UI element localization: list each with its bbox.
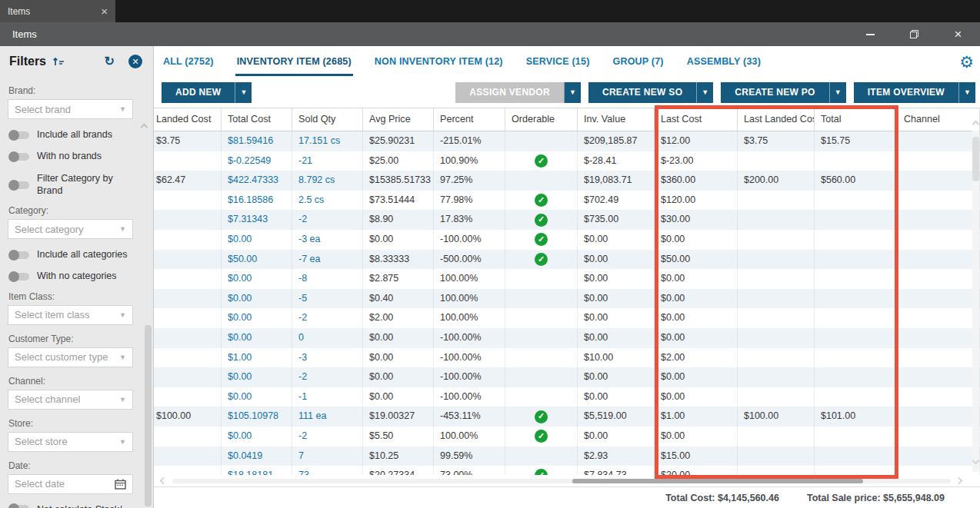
- item-overview-button[interactable]: ITEM OVERVIEW: [854, 82, 958, 103]
- cell-total: $15.75: [815, 131, 898, 151]
- cell-avg-price: $10.25: [363, 447, 434, 466]
- tab-bar: ALL (2752)INVENTORY ITEM (2685)NON INVEN…: [162, 46, 762, 77]
- add-new-dropdown-button[interactable]: ▼: [235, 82, 252, 103]
- channel-label: Channel:: [8, 376, 133, 387]
- assign-vendor-dropdown-button[interactable]: ▼: [564, 82, 581, 103]
- column-header-avg-price[interactable]: Avg Price: [363, 108, 434, 131]
- assign-vendor-button[interactable]: ASSIGN VENDOR: [455, 82, 564, 103]
- tab-close-icon[interactable]: ×: [101, 5, 108, 17]
- column-header-last-cost[interactable]: Last Cost: [655, 108, 738, 131]
- column-header-sold-qty[interactable]: Sold Qty: [292, 108, 363, 131]
- category-select[interactable]: Select category ▼: [8, 219, 133, 239]
- column-header-last-landed-cost[interactable]: Last Landed Cost: [738, 108, 815, 131]
- cell-orderable: ✓: [505, 250, 578, 270]
- toggle-switch[interactable]: [9, 273, 29, 281]
- tab-assembly-33[interactable]: ASSEMBLY (33): [685, 47, 762, 76]
- column-header-landed-cost[interactable]: Landed Cost: [154, 108, 222, 131]
- toggle-filter-category-by-brand[interactable]: Filter Category by Brand: [8, 172, 133, 198]
- table-row[interactable]: $-0.22549-21$25.00100.90%✓$-28.41$-23.00: [154, 151, 980, 171]
- brand-select[interactable]: Select brand ▼: [8, 99, 133, 119]
- cell-total-cost: $50.00: [222, 250, 292, 270]
- create-new-so-dropdown-button[interactable]: ▼: [696, 82, 713, 103]
- table-row[interactable]: $16.185862.5 cs$73.5144477.98%✓$702.49$1…: [154, 191, 980, 211]
- table-row[interactable]: $0.00-8$2.875100.00%$0.00$0.00: [154, 269, 980, 289]
- scroll-left-icon[interactable]: [160, 477, 168, 485]
- tab-service-15[interactable]: SERVICE (15): [525, 47, 592, 76]
- column-header-total[interactable]: Total: [815, 108, 898, 131]
- date-input[interactable]: Select date: [8, 474, 133, 494]
- toggle-switch[interactable]: [9, 505, 29, 508]
- column-header-orderable[interactable]: Orderable: [505, 108, 578, 131]
- table-row[interactable]: $0.00-3 ea$0.00-100.00%✓$0.00$0.00: [154, 230, 980, 250]
- tab-all-2752[interactable]: ALL (2752): [162, 47, 215, 76]
- table-row[interactable]: $100.00$105.10978111 ea$19.00327-453.11%…: [154, 407, 980, 427]
- table-row[interactable]: $18.1818173$20.2733473.00%✓$7,834.73$20.…: [154, 466, 980, 475]
- store-select[interactable]: Select store ▼: [8, 432, 133, 452]
- cell-landed-cost: [154, 210, 222, 230]
- table-row[interactable]: $0.00-1$0.00-100.00%$0.00$0.00: [154, 387, 980, 407]
- item-class-select[interactable]: Select item class ▼: [8, 305, 133, 325]
- toggle-switch[interactable]: [9, 131, 29, 139]
- minimize-button[interactable]: [848, 22, 892, 46]
- create-new-po-dropdown-button[interactable]: ▼: [829, 82, 846, 103]
- cell-channel: [898, 308, 980, 328]
- tab-inventory-item-2685[interactable]: INVENTORY ITEM (2685): [235, 47, 353, 76]
- toggle-not-calculate-stock[interactable]: Not calculate Stock/ Available/Allocated: [8, 503, 133, 508]
- calendar-icon[interactable]: [115, 479, 126, 490]
- column-header-percent[interactable]: Percent: [434, 108, 505, 131]
- cell-sold-qty: -7 ea: [292, 250, 363, 270]
- toggle-include-all-categories[interactable]: Include all categories: [8, 248, 133, 261]
- create-new-po-button[interactable]: CREATE NEW PO: [721, 82, 828, 103]
- sort-icon[interactable]: [52, 56, 65, 67]
- toggle-with-no-categories[interactable]: With no categories: [8, 270, 133, 282]
- cell-total: [815, 367, 898, 387]
- create-new-so-button-group: CREATE NEW SO ▼: [588, 82, 713, 103]
- clear-filters-icon[interactable]: ✕: [128, 55, 142, 68]
- restore-button[interactable]: [892, 22, 936, 46]
- vertical-scrollbar[interactable]: [972, 131, 979, 472]
- toggle-switch[interactable]: [9, 181, 29, 189]
- table-row[interactable]: $0.04197$10.2599.59%$2.93$15.00: [154, 447, 980, 466]
- total-cost-label: Total Cost:: [665, 493, 715, 503]
- customer-type-select[interactable]: Select customer type ▼: [8, 347, 133, 367]
- column-header-total-cost[interactable]: Total Cost: [222, 108, 292, 131]
- total-sale-label: Total Sale price:: [807, 493, 881, 503]
- table-row[interactable]: $1.00-3$0.00-100.00%$10.00$2.00: [154, 348, 980, 368]
- tab-non-inventory-item-12[interactable]: NON INVENTORY ITEM (12): [373, 47, 505, 76]
- toggle-switch[interactable]: [9, 251, 29, 259]
- toggle-with-no-brands[interactable]: With no brands: [8, 150, 133, 162]
- table-row[interactable]: $0.00-2$0.00-100.00%$0.00$0.00: [154, 367, 980, 387]
- table-row[interactable]: $0.000$0.00-100.00%$0.00$0.00: [154, 328, 980, 348]
- settings-gear-icon[interactable]: ⚙: [959, 54, 974, 70]
- add-new-button[interactable]: ADD NEW: [162, 82, 235, 103]
- vertical-scroll-thumb[interactable]: [972, 137, 979, 181]
- toggle-include-all-brands[interactable]: Include all brands: [8, 128, 133, 141]
- table-row[interactable]: $0.00-2$2.00100.00%$0.00$0.00: [154, 308, 980, 328]
- column-header-inv-value[interactable]: Inv. Value: [578, 108, 655, 131]
- toggle-switch[interactable]: [9, 153, 29, 161]
- toggle-label: Filter Category by Brand: [37, 172, 133, 198]
- table-row[interactable]: $7.31343-2$8.9017.83%✓$735.00$30.00: [154, 210, 980, 230]
- window-tab[interactable]: Items ×: [0, 0, 115, 22]
- horizontal-scrollbar[interactable]: [154, 475, 980, 487]
- refresh-icon[interactable]: ↻: [105, 55, 115, 68]
- table-row[interactable]: $0.00-5$0.40100.00%$0.00$0.00: [154, 289, 980, 309]
- horizontal-scroll-thumb[interactable]: [572, 479, 863, 483]
- tab-group-7[interactable]: GROUP (7): [612, 47, 665, 76]
- table-row[interactable]: $3.75$81.5941617.151 cs$25.90231-215.01%…: [154, 131, 980, 151]
- sidebar-scrollbar[interactable]: [145, 325, 152, 506]
- cell-last-cost: $0.00: [655, 427, 738, 447]
- table-row[interactable]: $0.00-2$5.50100.00%✓$0.00$0.00: [154, 427, 980, 447]
- item-overview-dropdown-button[interactable]: ▼: [958, 82, 975, 103]
- cell-percent: 99.59%: [434, 447, 505, 466]
- column-header-channel[interactable]: Channel: [898, 108, 980, 131]
- cell-sold-qty: -5: [292, 289, 363, 309]
- close-button[interactable]: ×: [936, 22, 980, 46]
- create-new-so-button[interactable]: CREATE NEW SO: [588, 82, 696, 103]
- table-row[interactable]: $62.47$422.473338.792 cs$15385.5173397.2…: [154, 171, 980, 191]
- cell-percent: -100.00%: [434, 230, 505, 250]
- scroll-right-icon[interactable]: [955, 477, 963, 485]
- horizontal-scroll-track[interactable]: [172, 479, 951, 483]
- table-row[interactable]: $50.00-7 ea$8.33333-500.00%✓$0.00$50.00: [154, 250, 980, 270]
- channel-select[interactable]: Select channel ▼: [8, 390, 133, 410]
